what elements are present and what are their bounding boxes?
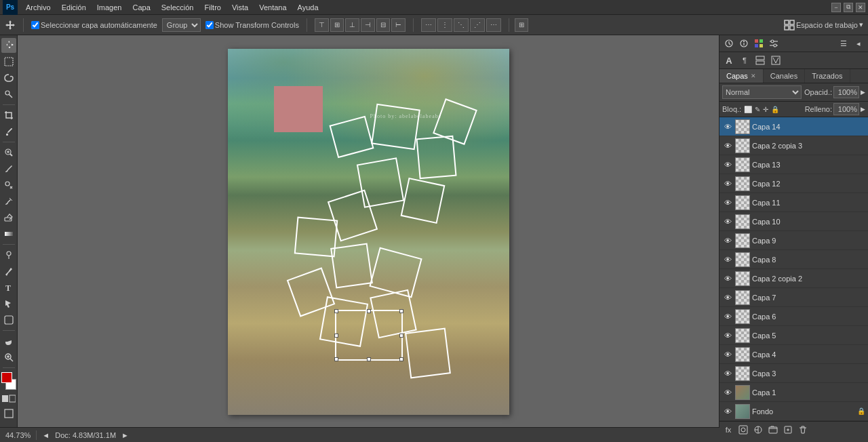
layer-item-capa14[interactable]: 👁 Capa 14 — [719, 117, 868, 136]
layer-eye-capa13[interactable]: 👁 — [722, 159, 733, 170]
move-tool[interactable] — [1, 38, 16, 53]
type-tool[interactable]: T — [1, 280, 16, 295]
panel-collapse-icon[interactable]: ◂ — [852, 37, 865, 50]
layer-item-fondo[interactable]: 👁 Fondo 🔒 — [719, 402, 868, 421]
scroll-right-btn[interactable]: ► — [121, 431, 129, 439]
layer-item-capa1[interactable]: 👁 Capa 1 — [719, 383, 868, 402]
lasso-tool[interactable] — [1, 71, 16, 85]
channels-view-icon[interactable] — [753, 54, 767, 67]
layer-style-btn[interactable]: fx — [722, 424, 734, 436]
path-select-tool[interactable] — [1, 296, 16, 311]
tab-capas[interactable]: Capas ✕ — [719, 69, 764, 83]
blend-mode-dropdown[interactable]: Normal Multiply Screen — [722, 85, 802, 99]
minimize-button[interactable]: − — [831, 3, 841, 12]
select-rect-tool[interactable] — [1, 54, 16, 69]
layer-item-capa3[interactable]: 👁 Capa 3 — [719, 364, 868, 383]
menu-edicion[interactable]: Edición — [56, 2, 92, 13]
layer-eye-capa6[interactable]: 👁 — [722, 311, 733, 322]
crop-tool[interactable] — [1, 108, 16, 123]
layer-eye-capa2copia3[interactable]: 👁 — [722, 140, 733, 151]
clone-stamp-tool[interactable] — [1, 178, 16, 193]
new-group-btn[interactable] — [767, 424, 779, 436]
foreground-color-swatch[interactable] — [1, 372, 12, 383]
layer-eye-capa3[interactable]: 👁 — [722, 368, 733, 379]
quick-mask-toggle[interactable] — [2, 394, 16, 403]
layer-item-capa12[interactable]: 👁 Capa 12 — [719, 174, 868, 193]
layer-eye-capa10[interactable]: 👁 — [722, 216, 733, 227]
adjustment-layer-btn[interactable] — [752, 424, 764, 436]
show-transform-checkbox[interactable] — [205, 21, 214, 29]
zoom-tool[interactable] — [1, 350, 16, 365]
tab-trazados[interactable]: Trazados — [805, 69, 850, 83]
lock-all-btn[interactable]: 🔒 — [771, 106, 779, 113]
layer-item-capa2copia3[interactable]: 👁 Capa 2 copia 3 — [719, 136, 868, 155]
history-icon[interactable] — [722, 37, 736, 50]
canvas-container[interactable]: Photo by: abelabelabeabe — [228, 49, 509, 415]
paths-icon[interactable] — [769, 54, 783, 67]
layer-eye-capa14[interactable]: 👁 — [722, 121, 733, 132]
close-capas-tab[interactable]: ✕ — [751, 73, 756, 79]
restore-button[interactable]: ⧉ — [844, 3, 853, 12]
add-mask-btn[interactable] — [737, 424, 749, 436]
menu-filtro[interactable]: Filtro — [199, 2, 226, 13]
layer-item-capa8[interactable]: 👁 Capa 8 — [719, 250, 868, 269]
history-brush-tool[interactable] — [1, 194, 16, 209]
dist-left-button[interactable]: ⋰ — [470, 18, 485, 32]
paragraph-icon[interactable]: ¶ — [738, 54, 751, 67]
align-top-button[interactable]: ⊤ — [315, 18, 329, 32]
layer-item-capa7[interactable]: 👁 Capa 7 — [719, 288, 868, 307]
pen-tool[interactable] — [1, 264, 16, 279]
new-layer-btn[interactable] — [782, 424, 794, 436]
layer-item-capa4[interactable]: 👁 Capa 4 — [719, 345, 868, 364]
layer-eye-capa8[interactable]: 👁 — [722, 254, 733, 265]
align-right-button[interactable]: ⊢ — [391, 18, 406, 32]
shape-tool[interactable] — [1, 313, 16, 327]
screen-mode-btn[interactable] — [1, 406, 16, 421]
layer-eye-capa7[interactable]: 👁 — [722, 292, 733, 303]
align-bottom-button[interactable]: ⊥ — [345, 18, 359, 32]
layer-item-capa2copia2[interactable]: 👁 Capa 2 copia 2 — [719, 269, 868, 288]
align-vcenter-button[interactable]: ⊞ — [330, 18, 344, 32]
eyedropper-tool[interactable] — [1, 124, 16, 139]
layer-eye-capa11[interactable]: 👁 — [722, 197, 733, 208]
dodge-tool[interactable] — [1, 247, 16, 262]
menu-capa[interactable]: Capa — [127, 2, 155, 13]
spot-heal-tool[interactable] — [1, 145, 16, 160]
dist-bottom-button[interactable]: ⋱ — [454, 18, 469, 32]
info-icon[interactable] — [737, 37, 751, 50]
align-hcenter-button[interactable]: ⊟ — [376, 18, 390, 32]
menu-imagen[interactable]: Imagen — [92, 2, 127, 13]
menu-ventana[interactable]: Ventana — [254, 2, 292, 13]
align-left-button[interactable]: ⊣ — [361, 18, 375, 32]
fill-arrow[interactable]: ▶ — [861, 106, 865, 113]
layer-item-capa10[interactable]: 👁 Capa 10 — [719, 212, 868, 231]
auto-align-button[interactable]: ⊞ — [515, 18, 528, 32]
delete-layer-btn[interactable] — [797, 424, 809, 436]
close-button[interactable]: ✕ — [856, 3, 865, 12]
lock-image-btn[interactable]: ✎ — [755, 106, 760, 113]
adjustments-icon[interactable] — [767, 37, 781, 50]
opacity-arrow[interactable]: ▶ — [861, 89, 865, 96]
tab-canales[interactable]: Canales — [764, 69, 805, 83]
menu-ayuda[interactable]: Ayuda — [292, 2, 324, 13]
layer-item-capa11[interactable]: 👁 Capa 11 — [719, 193, 868, 212]
dist-hcenter-button[interactable]: ⋯ — [486, 18, 501, 32]
layer-item-capa13[interactable]: 👁 Capa 13 — [719, 155, 868, 174]
lock-transparent-btn[interactable]: ⬜ — [744, 106, 752, 113]
scroll-left-btn[interactable]: ◄ — [42, 431, 50, 439]
dist-vcenter-button[interactable]: ⋮ — [437, 18, 452, 32]
opacity-input[interactable] — [833, 86, 859, 98]
layer-eye-capa4[interactable]: 👁 — [722, 349, 733, 360]
layer-item-capa5[interactable]: 👁 Capa 5 — [719, 326, 868, 345]
menu-seleccion[interactable]: Selección — [156, 2, 199, 13]
layer-eye-capa5[interactable]: 👁 — [722, 330, 733, 341]
workspace-btn[interactable]: Espacio de trabajo ▾ — [782, 20, 865, 31]
eraser-tool[interactable] — [1, 210, 16, 225]
quick-select-tool[interactable] — [1, 87, 16, 102]
auto-select-type-dropdown[interactable]: Group Layer — [162, 18, 201, 32]
char-icon[interactable]: A — [722, 54, 736, 67]
layer-eye-capa9[interactable]: 👁 — [722, 235, 733, 246]
layer-eye-fondo[interactable]: 👁 — [722, 406, 733, 417]
dist-top-button[interactable]: ⋯ — [421, 18, 436, 32]
gradient-tool[interactable] — [1, 226, 16, 241]
